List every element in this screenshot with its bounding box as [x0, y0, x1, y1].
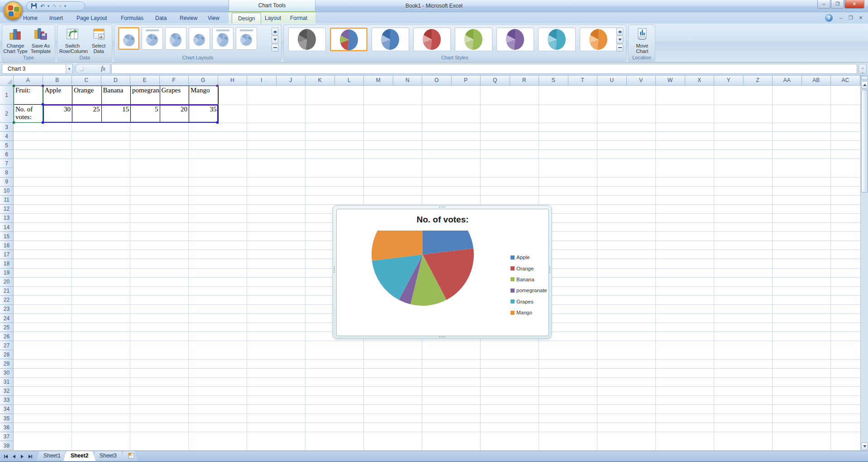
column-header-W[interactable]: W [656, 76, 685, 86]
column-header-V[interactable]: V [627, 76, 656, 86]
row-header-29[interactable]: 29 [0, 359, 14, 368]
row-header-37[interactable]: 37 [0, 432, 14, 441]
range-handle[interactable] [216, 85, 219, 87]
column-header-M[interactable]: M [364, 76, 393, 86]
chart-style-multicolor[interactable] [330, 28, 367, 51]
row-header-7[interactable]: 7 [0, 159, 14, 168]
cell-C1[interactable]: Orange [72, 86, 102, 105]
cell-F2[interactable]: 20 [160, 105, 190, 123]
chart-style-teal[interactable] [538, 28, 576, 51]
row-header-34[interactable]: 34 [0, 405, 14, 414]
row-header-5[interactable]: 5 [0, 141, 14, 150]
legend-item-mango[interactable]: Mango [510, 307, 547, 318]
chart-right-grip[interactable] [549, 266, 550, 267]
row-header-22[interactable]: 22 [0, 296, 14, 305]
column-header-D[interactable]: D [101, 76, 131, 86]
chart-style-purple[interactable] [496, 28, 534, 51]
column-header-S[interactable]: S [539, 76, 568, 86]
column-header-R[interactable]: R [510, 76, 539, 86]
vertical-scroll-thumb[interactable] [861, 90, 868, 192]
row-header-10[interactable]: 10 [0, 187, 14, 196]
column-header-F[interactable]: F [160, 76, 189, 86]
column-header-N[interactable]: N [393, 76, 423, 86]
column-header-Z[interactable]: Z [744, 76, 773, 86]
move-chart-button[interactable]: MoveChart [630, 27, 654, 55]
row-header-9[interactable]: 9 [0, 178, 14, 187]
column-header-T[interactable]: T [568, 76, 598, 86]
column-header-Y[interactable]: Y [714, 76, 744, 86]
formula-input[interactable] [111, 64, 857, 74]
column-header-K[interactable]: K [305, 76, 335, 86]
tab-page-layout[interactable]: Page Layout [71, 13, 113, 24]
chart-legend[interactable]: AppleOrangeBananapomegranateGrapesMango [510, 252, 547, 318]
row-header-12[interactable]: 12 [0, 205, 14, 214]
last-sheet-icon[interactable] [26, 452, 34, 460]
tab-view[interactable]: View [202, 13, 225, 24]
cell-A2[interactable]: No. of votes: [14, 105, 43, 123]
scroll-down-icon[interactable] [861, 443, 868, 450]
cell-C2[interactable]: 25 [72, 105, 102, 123]
office-button[interactable] [3, 1, 23, 21]
column-header-Q[interactable]: Q [481, 76, 510, 86]
cell-B2[interactable]: 30 [43, 105, 73, 123]
sheet-tab-sheet1[interactable]: Sheet1 [36, 451, 68, 461]
select-all-corner[interactable] [0, 76, 14, 86]
chart-layout-option-3[interactable]: % [165, 27, 186, 50]
row-header-32[interactable]: 32 [0, 387, 14, 396]
minimize-button[interactable]: – [817, 0, 830, 9]
row-header-17[interactable]: 17 [0, 250, 14, 259]
row-header-28[interactable]: 28 [0, 350, 14, 359]
sheet-tab-sheet2[interactable]: Sheet2 [63, 451, 95, 461]
row-header-36[interactable]: 36 [0, 423, 14, 432]
column-header-A[interactable]: A [14, 76, 43, 86]
row-header-23[interactable]: 23 [0, 305, 14, 314]
legend-item-pomegranate[interactable]: pomegranate [510, 285, 547, 296]
cell-D1[interactable]: Banana [102, 86, 131, 105]
cell-F1[interactable]: Grapes [160, 86, 190, 105]
sheet-tab-sheet3[interactable]: Sheet3 [92, 451, 124, 461]
undo-icon[interactable]: ↶ [39, 3, 46, 10]
name-box[interactable]: Chart 3 [2, 64, 66, 74]
legend-item-orange[interactable]: Orange [510, 263, 547, 274]
row-header-18[interactable]: 18 [0, 259, 14, 268]
chart-layout-option-2[interactable]: % [142, 27, 163, 50]
row-header-26[interactable]: 26 [0, 332, 14, 341]
row-header-11[interactable]: 11 [0, 196, 14, 205]
tab-format[interactable]: Format [284, 13, 313, 24]
chart-layout-option-1[interactable]: % [118, 27, 139, 50]
row-header-16[interactable]: 16 [0, 241, 14, 250]
tab-design[interactable]: Design [232, 13, 261, 24]
column-header-AB[interactable]: AB [802, 76, 831, 86]
column-header-P[interactable]: P [452, 76, 481, 86]
restore-button[interactable]: ❐ [831, 0, 844, 9]
chart-layout-option-4[interactable]: % [189, 27, 210, 50]
column-header-AC[interactable]: AC [831, 76, 860, 86]
column-header-H[interactable]: H [218, 76, 248, 86]
range-handle[interactable] [13, 85, 15, 87]
row-header-3[interactable]: 3 [0, 123, 14, 132]
save-as-template-button[interactable]: Save AsTemplate [29, 27, 53, 55]
chart-left-grip[interactable] [334, 266, 335, 267]
column-header-I[interactable]: I [247, 76, 277, 86]
cell-G2[interactable]: 35 [189, 105, 219, 123]
row-header-25[interactable]: 25 [0, 323, 14, 332]
insert-function-icon[interactable]: fx [101, 65, 105, 72]
chart-area[interactable]: No. of votes: AppleOrangeBananapomegrana… [336, 209, 549, 336]
column-header-O[interactable]: O [422, 76, 452, 86]
tab-layout[interactable]: Layout [259, 13, 287, 24]
name-box-dropdown-icon[interactable]: ▼ [66, 64, 73, 74]
tab-insert[interactable]: Insert [43, 13, 69, 24]
column-header-J[interactable]: J [277, 76, 306, 86]
cell-G1[interactable]: Mango [189, 86, 219, 105]
undo-dropdown-icon[interactable]: ▾ [48, 4, 49, 8]
layouts-scroll-down-icon[interactable] [272, 36, 278, 43]
expand-formula-bar-icon[interactable]: ⌄⌄ [858, 64, 867, 74]
row-header-24[interactable]: 24 [0, 314, 14, 323]
range-handle[interactable] [42, 85, 44, 87]
chart-top-grip[interactable] [439, 207, 440, 207]
chart-style-gray[interactable] [288, 28, 326, 51]
row-header-20[interactable]: 20 [0, 278, 14, 287]
switch-row-column-button[interactable]: SwitchRow/Column [59, 27, 86, 55]
chart-object[interactable]: No. of votes: AppleOrangeBananapomegrana… [333, 205, 552, 339]
row-header-6[interactable]: 6 [0, 150, 14, 159]
